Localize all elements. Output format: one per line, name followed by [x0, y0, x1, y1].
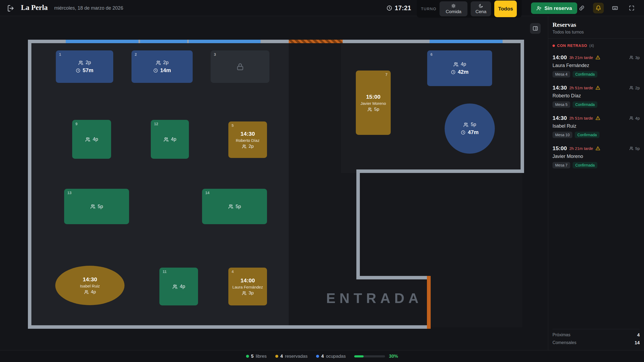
table-9[interactable]: 9 4p	[72, 120, 111, 159]
walkin-button[interactable]: Sin reserva	[531, 2, 577, 14]
reservation-party: 5p	[629, 146, 640, 151]
party-size: 4p	[171, 136, 176, 142]
party-size: 2p	[86, 60, 91, 65]
table-party: 2p	[242, 144, 254, 149]
top-bar: La Perla miércoles, 18 de marzo de 2026 …	[0, 0, 644, 16]
users-icon	[90, 204, 96, 209]
users-icon	[629, 146, 634, 150]
reservation-card[interactable]: 14:00 3h 21m tarde 3p Laura Fernández Me…	[552, 51, 640, 81]
table-3[interactable]: 3	[211, 50, 269, 83]
table-10[interactable]: 14:30 Isabel Ruiz 4p	[55, 266, 125, 305]
keyboard-shortcuts-button[interactable]	[610, 3, 620, 13]
users-icon	[242, 291, 247, 295]
keyboard-icon	[612, 5, 618, 11]
shift-dinner-button[interactable]: Cena	[471, 1, 491, 16]
table-1[interactable]: 1 2p 57m	[56, 50, 113, 83]
reservation-card[interactable]: 14:30 2h 51m tarde 4p Isabel Ruiz Mesa 1…	[552, 112, 640, 142]
table-11[interactable]: 11 4p	[159, 268, 198, 305]
party-size: 2p	[635, 86, 640, 90]
wall	[521, 40, 524, 173]
clock-icon	[461, 130, 466, 135]
occupied-count: 4	[321, 354, 324, 359]
toggle-sidebar-button[interactable]	[530, 23, 541, 34]
link-icon	[579, 5, 585, 11]
table-number: 2	[135, 52, 137, 57]
users-icon	[367, 107, 372, 112]
party-size: 3p	[635, 55, 640, 60]
table-12[interactable]: 12 4p	[151, 120, 189, 159]
table-party: 5p	[463, 122, 476, 127]
users-icon	[156, 60, 161, 65]
wall	[356, 169, 360, 279]
table-number: 13	[67, 191, 72, 195]
table-number: 11	[163, 269, 167, 274]
table-number: 14	[205, 191, 210, 195]
reservation-card[interactable]: 15:00 2h 21m tarde 5p Javier Moreno Mesa…	[552, 142, 640, 172]
free-count: 5	[251, 354, 254, 359]
users-icon	[629, 116, 634, 120]
clock-icon	[153, 68, 158, 73]
reservation-card[interactable]: 14:30 2h 51m tarde 2p Roberto Díaz Mesa …	[552, 81, 640, 112]
reservation-badges: Mesa 5 Confirmada	[552, 101, 640, 108]
table-5[interactable]: 5 14:30 Roberto Díaz 2p	[228, 121, 267, 158]
guest-name: Laura Fernández	[552, 63, 640, 68]
status-badge: Confirmada	[575, 132, 599, 138]
current-time: 17:21	[395, 5, 411, 12]
reservation-time: 14:30	[240, 131, 255, 137]
share-link-button[interactable]	[576, 3, 587, 13]
late-by-text: 2h 51m tarde	[569, 116, 593, 120]
table-14[interactable]: 14 5p	[202, 189, 267, 224]
corridor-floor	[289, 41, 341, 327]
table-4[interactable]: 4 14:00 Laura Fernández 3p	[228, 268, 267, 305]
panel-subtitle: Todos los turnos	[552, 30, 640, 35]
table-number: 4	[232, 269, 234, 274]
exit-button[interactable]	[7, 4, 18, 12]
table-7[interactable]: 7 15:00 Javier Moreno 5p	[356, 71, 391, 135]
reservation-card-top: 14:30 2h 51m tarde 4p	[552, 115, 640, 121]
table-2[interactable]: 2 2p 14m	[131, 50, 193, 83]
moon-icon	[478, 3, 483, 8]
shift-lunch-button[interactable]: Comida	[440, 1, 467, 16]
reservation-time: 14:00	[552, 54, 567, 61]
occupied-dot	[316, 355, 319, 358]
fullscreen-button[interactable]	[626, 3, 637, 13]
shift-all-button[interactable]: Todos	[494, 1, 517, 17]
wall	[28, 40, 31, 329]
table-party: 5p	[90, 204, 103, 209]
table-6[interactable]: 6 4p 42m	[427, 50, 492, 86]
upcoming-label: Próximas	[552, 333, 570, 338]
warning-icon	[595, 116, 600, 120]
free-dot	[246, 355, 249, 358]
reservation-time: 14:30	[552, 115, 567, 121]
bell-icon	[595, 5, 601, 11]
party-size: 4p	[91, 289, 96, 295]
table-badge: Mesa 7	[552, 162, 570, 168]
window-segment	[140, 40, 187, 43]
party-size: 5p	[374, 107, 379, 112]
shift-filter-group: TURNO Comida Cena Todos	[417, 0, 522, 18]
party-size: 3p	[249, 290, 254, 296]
reserved-dot	[275, 355, 278, 358]
reservation-time: 14:00	[240, 277, 255, 284]
reservation-badges: Mesa 7 Confirmada	[552, 162, 640, 168]
status-bar: 5 libres 4 reservadas 4 ocupadas 30%	[0, 350, 644, 362]
party-size: 4p	[635, 116, 640, 120]
late-by-text: 3h 21m tarde	[569, 55, 593, 60]
wall	[28, 325, 431, 329]
notifications-button[interactable]	[593, 3, 604, 13]
party-size: 2p	[249, 144, 254, 149]
reservation-badges: Mesa 10 Confirmada	[552, 132, 640, 138]
sun-icon	[451, 3, 456, 8]
current-date: miércoles, 18 de marzo de 2026	[54, 5, 123, 11]
table-13[interactable]: 13 5p	[64, 189, 129, 224]
table-round[interactable]: 5p 47m	[445, 104, 495, 154]
reservations-panel: Reservas Todos los turnos CON RETRASO (4…	[548, 16, 644, 350]
window-segment	[66, 40, 138, 43]
sidebar-footer: Próximas 4 Comensales 14	[552, 329, 640, 348]
occupancy-progress-fill	[354, 355, 364, 357]
table-party: 4p	[85, 136, 98, 142]
late-section-label: CON RETRASO	[557, 43, 587, 48]
exit-icon	[7, 5, 14, 12]
shift-group-label: TURNO	[421, 7, 436, 11]
table-party: 3p	[242, 290, 254, 296]
